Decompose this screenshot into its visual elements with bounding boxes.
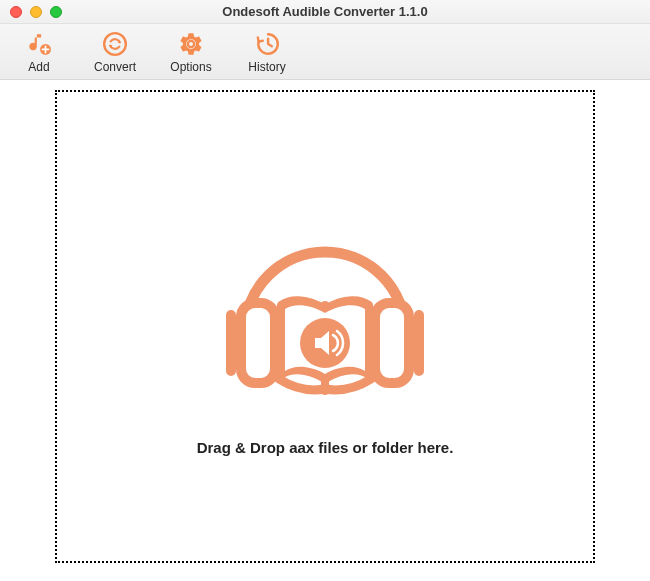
window-title: Ondesoft Audible Converter 1.1.0 — [0, 4, 650, 19]
window-controls — [0, 6, 62, 18]
options-button[interactable]: Options — [164, 30, 218, 74]
add-button[interactable]: Add — [12, 30, 66, 74]
audiobook-headphones-icon — [205, 207, 445, 411]
history-label: History — [248, 60, 285, 74]
dropzone-instruction: Drag & Drop aax files or folder here. — [197, 439, 454, 456]
gear-icon — [177, 30, 205, 58]
close-window-button[interactable] — [10, 6, 22, 18]
options-label: Options — [170, 60, 211, 74]
music-note-plus-icon — [25, 30, 53, 58]
titlebar: Ondesoft Audible Converter 1.1.0 — [0, 0, 650, 24]
refresh-circle-icon — [101, 30, 129, 58]
svg-rect-2 — [241, 303, 275, 383]
minimize-window-button[interactable] — [30, 6, 42, 18]
add-label: Add — [28, 60, 49, 74]
main-content: Drag & Drop aax files or folder here. — [0, 80, 650, 581]
svg-rect-3 — [375, 303, 409, 383]
file-dropzone[interactable]: Drag & Drop aax files or folder here. — [55, 90, 595, 563]
convert-label: Convert — [94, 60, 136, 74]
convert-button[interactable]: Convert — [88, 30, 142, 74]
zoom-window-button[interactable] — [50, 6, 62, 18]
history-button[interactable]: History — [240, 30, 294, 74]
clock-back-icon — [253, 30, 281, 58]
toolbar: Add Convert Options — [0, 24, 650, 80]
svg-point-1 — [104, 33, 126, 55]
